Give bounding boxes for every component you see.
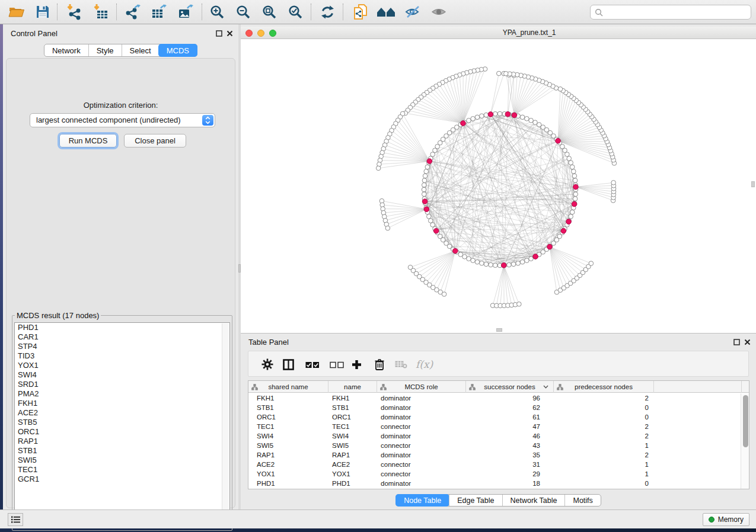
network-canvas[interactable] — [241, 39, 756, 333]
close-panel-icon[interactable] — [744, 338, 751, 346]
table-cell[interactable]: connector — [381, 422, 452, 431]
clone-network-button[interactable] — [349, 3, 372, 21]
table-cell[interactable]: connector — [381, 441, 452, 450]
select-all-button[interactable] — [305, 357, 320, 371]
table-cell[interactable]: YOX1 — [257, 469, 325, 479]
table-cell[interactable]: dominator — [381, 450, 452, 460]
delete-table-button[interactable] — [395, 357, 407, 371]
mcds-result-item[interactable]: ORC1 — [15, 427, 229, 437]
table-row[interactable]: FKH1FKH1dominator962 — [248, 393, 741, 403]
table-cell[interactable]: TEC1 — [257, 422, 325, 431]
refresh-button[interactable] — [315, 3, 339, 21]
table-cell[interactable]: TEC1 — [332, 422, 374, 431]
table-cell[interactable]: FKH1 — [257, 393, 325, 403]
delete-column-button[interactable] — [374, 357, 385, 371]
deselect-all-button[interactable] — [330, 357, 344, 371]
run-mcds-button[interactable]: Run MCDS — [59, 134, 117, 148]
table-cell[interactable]: connector — [381, 469, 452, 479]
table-row[interactable]: ACE2ACE2connector311 — [248, 460, 741, 469]
table-cell[interactable]: 0 — [554, 479, 649, 488]
tab-mcds[interactable]: MCDS — [158, 44, 197, 57]
float-window-icon[interactable] — [215, 30, 223, 37]
tab-node-table[interactable]: Node Table — [395, 494, 449, 507]
tab-select[interactable]: Select — [122, 44, 159, 56]
table-cell[interactable]: ACE2 — [257, 460, 325, 469]
tab-motifs[interactable]: Motifs — [564, 495, 600, 506]
export-table-button[interactable] — [148, 3, 171, 21]
table-cell[interactable]: 61 — [466, 412, 540, 422]
table-row[interactable]: STB1STB1dominator620 — [248, 403, 741, 412]
table-row[interactable]: RAP1RAP1dominator352 — [248, 450, 741, 460]
mcds-result-item[interactable]: RAP1 — [15, 437, 229, 446]
table-cell[interactable]: dominator — [381, 431, 452, 441]
table-cell[interactable]: 1 — [554, 460, 649, 469]
import-table-button[interactable] — [88, 3, 112, 21]
table-cell[interactable]: PHD1 — [257, 479, 325, 488]
mcds-result-item[interactable]: STB1 — [15, 446, 229, 456]
table-cell[interactable]: STB1 — [332, 403, 374, 412]
table-cell[interactable]: dominator — [381, 412, 452, 422]
table-cell[interactable]: dominator — [381, 403, 452, 412]
table-cell[interactable]: 47 — [466, 422, 540, 431]
table-cell[interactable]: 2 — [554, 422, 649, 431]
table-cell[interactable]: 0 — [554, 403, 649, 412]
table-cell[interactable]: 62 — [466, 403, 540, 412]
table-cell[interactable]: connector — [381, 460, 452, 469]
function-builder-button[interactable]: f(x) — [416, 357, 433, 371]
column-header-successor-nodes[interactable]: successor nodes — [466, 381, 554, 393]
table-cell[interactable]: STB1 — [257, 403, 325, 412]
mcds-result-item[interactable]: SWI4 — [15, 370, 229, 380]
table-cell[interactable]: 35 — [466, 450, 540, 460]
mcds-result-list[interactable]: PHD1CAR1STP4TID3YOX1SWI4SRD1PMA2FKH1ACE2… — [14, 322, 230, 528]
table-row[interactable]: SWI4SWI4dominator462 — [248, 431, 741, 441]
table-cell[interactable]: 31 — [466, 460, 540, 469]
table-cell[interactable]: SWI5 — [257, 441, 325, 450]
mcds-result-item[interactable]: YOX1 — [15, 361, 229, 370]
table-row[interactable]: TEC1TEC1connector472 — [248, 422, 741, 431]
scrollbar-thumb[interactable] — [743, 395, 748, 447]
mcds-result-item[interactable]: FKH1 — [15, 399, 229, 408]
v-scroll-grip[interactable] — [751, 181, 755, 187]
float-window-icon[interactable] — [733, 338, 741, 346]
table-cell[interactable]: 96 — [466, 393, 540, 403]
memory-button[interactable]: Memory — [703, 513, 749, 526]
zoom-in-button[interactable] — [205, 3, 229, 21]
table-cell[interactable]: 18 — [466, 479, 540, 488]
search-input[interactable] — [606, 7, 751, 17]
table-cell[interactable]: 2 — [554, 450, 649, 460]
table-row[interactable]: ORC1ORC1dominator610 — [248, 412, 741, 422]
show-all-button[interactable] — [427, 3, 451, 21]
mcds-result-item[interactable]: GCR1 — [15, 475, 229, 484]
maximize-window-icon[interactable] — [269, 30, 276, 37]
column-header-MCDS-role[interactable]: MCDS role — [377, 381, 466, 393]
table-cell[interactable]: YOX1 — [332, 469, 374, 479]
table-cell[interactable]: 2 — [554, 393, 649, 403]
column-header-predecessor-nodes[interactable]: predecessor nodes — [554, 381, 654, 393]
mcds-result-item[interactable]: TEC1 — [15, 465, 229, 475]
add-column-button[interactable] — [352, 357, 362, 371]
mcds-result-item[interactable]: SRD1 — [15, 380, 229, 389]
table-cell[interactable]: dominator — [381, 479, 452, 488]
table-cell[interactable]: 29 — [466, 469, 540, 479]
mcds-result-item[interactable]: PMA2 — [15, 389, 229, 399]
export-image-button[interactable] — [174, 3, 198, 21]
close-panel-icon[interactable] — [226, 30, 234, 37]
export-network-button[interactable] — [121, 3, 145, 21]
table-cell[interactable]: 1 — [554, 441, 649, 450]
table-cell[interactable]: dominator — [381, 393, 452, 403]
table-cell[interactable]: ORC1 — [257, 412, 325, 422]
zoom-selected-button[interactable] — [283, 3, 307, 21]
table-cell[interactable]: FKH1 — [332, 393, 374, 403]
table-cell[interactable]: 0 — [554, 412, 649, 422]
mcds-result-item[interactable]: PHD1 — [15, 323, 229, 332]
save-session-button[interactable] — [31, 3, 55, 21]
table-cell[interactable]: 2 — [554, 431, 649, 441]
table-cell[interactable]: ACE2 — [332, 460, 374, 469]
column-header-shared-name[interactable]: shared name — [248, 381, 328, 393]
first-neighbors-button[interactable] — [374, 3, 398, 21]
minimize-window-icon[interactable] — [257, 30, 264, 37]
column-header-name[interactable]: name — [328, 381, 377, 393]
table-cell[interactable]: RAP1 — [332, 450, 374, 460]
mcds-result-item[interactable]: TID3 — [15, 351, 229, 361]
tab-network[interactable]: Network — [44, 44, 88, 56]
